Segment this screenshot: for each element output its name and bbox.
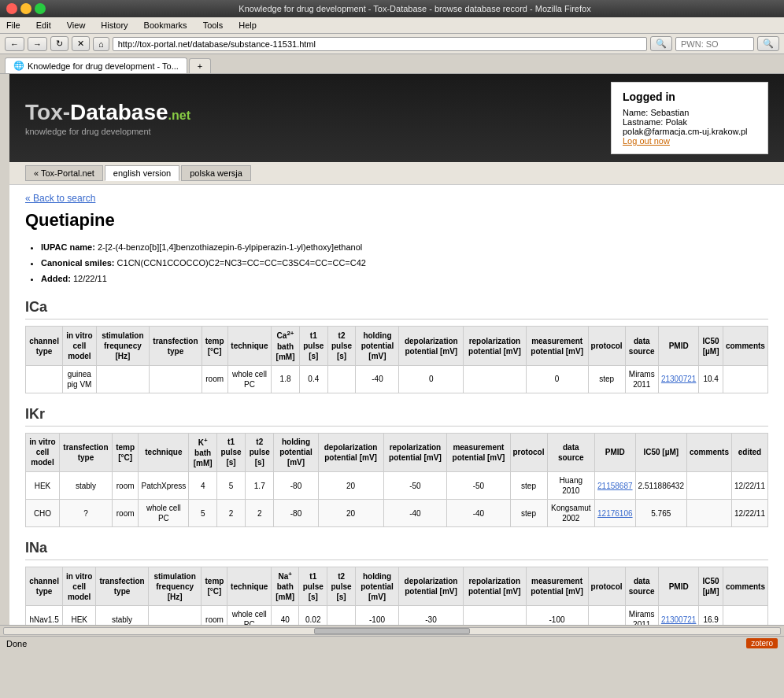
ina-r1-transfect: stably bbox=[96, 606, 149, 625]
close-button[interactable] bbox=[6, 3, 17, 14]
ina-r1-nabath: 40 bbox=[272, 606, 299, 625]
ikr-r1-kbath: 4 bbox=[189, 472, 216, 500]
ica-col-depol: depolarization potential [mV] bbox=[399, 327, 464, 365]
ikr-r2-protocol: step bbox=[510, 500, 547, 527]
ica-row-1: guinea pig VM room whole cell PC 1.8 0.4… bbox=[26, 365, 768, 393]
status-bar: Done zotero bbox=[0, 636, 784, 650]
site-tab-polish[interactable]: polska wersja bbox=[181, 165, 251, 181]
ikr-r1-pmid[interactable]: 21158687 bbox=[595, 472, 636, 500]
search-button[interactable]: 🔍 bbox=[650, 36, 672, 51]
ikr-r2-pmid-link[interactable]: 12176106 bbox=[597, 509, 633, 518]
ikr-col-repol: repolarization potential [mV] bbox=[383, 433, 447, 471]
ina-r1-pmid[interactable]: 21300721 bbox=[658, 606, 699, 625]
login-email: polak@farmacja.cm-uj.krakow.pl bbox=[623, 127, 756, 136]
ikr-row-2: CHO ? room whole cell PC 5 2 2 -80 20 -4… bbox=[26, 500, 768, 527]
ina-r1-pmid-link[interactable]: 21300721 bbox=[661, 615, 697, 624]
ica-r1-source: Mirams 2011 bbox=[625, 365, 658, 393]
ikr-r2-temp: room bbox=[112, 500, 138, 527]
maximize-button[interactable] bbox=[35, 3, 46, 14]
ikr-r2-ic50: 5.765 bbox=[635, 500, 686, 527]
menu-edit[interactable]: Edit bbox=[33, 19, 54, 31]
drug-info: IUPAC name: 2-[2-(4-benzo[b][1,4]benzoth… bbox=[25, 240, 768, 286]
ikr-r1-cellmodel: HEK bbox=[26, 472, 60, 500]
add-tab-button[interactable]: + bbox=[189, 58, 211, 73]
ina-r1-t1: 0.02 bbox=[299, 606, 327, 625]
menu-bookmarks[interactable]: Bookmarks bbox=[141, 19, 190, 31]
added-item: Added: 12/22/11 bbox=[41, 271, 768, 287]
h-scroll-track[interactable] bbox=[3, 627, 781, 635]
ica-r1-cabath: 1.8 bbox=[272, 365, 300, 393]
ikr-r1-t2: 1.7 bbox=[246, 472, 274, 500]
ikr-r1-pmid-link[interactable]: 21158687 bbox=[597, 482, 633, 490]
title-bar: Knowledge for drug development - Tox-Dat… bbox=[0, 0, 784, 17]
refresh-button[interactable]: ↻ bbox=[50, 36, 68, 51]
login-name: Name: Sebastian bbox=[623, 108, 756, 117]
smiles-label: Canonical smiles: bbox=[41, 258, 115, 268]
ikr-col-transfect: transfection type bbox=[60, 433, 113, 471]
stop-button[interactable]: ✕ bbox=[72, 36, 90, 51]
address-bar[interactable] bbox=[113, 37, 647, 51]
search-go-button[interactable]: 🔍 bbox=[757, 36, 779, 51]
browser-tab-1[interactable]: 🌐 Knowledge for drug development - To... bbox=[5, 57, 187, 73]
h-scroll-thumb[interactable] bbox=[314, 628, 469, 634]
forward-button[interactable]: → bbox=[28, 37, 47, 51]
ica-col-t1: t1 pulse [s] bbox=[299, 327, 327, 365]
login-box: Logged in Name: Sebastian Lastname: Pola… bbox=[611, 82, 768, 154]
minimize-button[interactable] bbox=[20, 3, 31, 14]
menu-tools[interactable]: Tools bbox=[200, 19, 227, 31]
logo-subtitle: knowledge for drug development bbox=[25, 127, 190, 136]
ikr-r2-cellmodel: CHO bbox=[26, 500, 60, 527]
logged-in-title: Logged in bbox=[623, 90, 756, 103]
menu-help[interactable]: Help bbox=[235, 19, 260, 31]
ikr-r2-kbath: 5 bbox=[189, 500, 216, 527]
ikr-col-depol: depolarization potential [mV] bbox=[318, 433, 383, 471]
ica-r1-pmid-link[interactable]: 21300721 bbox=[661, 375, 697, 383]
ikr-col-t1: t1 pulse [s] bbox=[216, 433, 245, 471]
back-button[interactable]: ← bbox=[5, 37, 24, 51]
content-wrapper: Tox-Database.net knowledge for drug deve… bbox=[0, 74, 784, 625]
ica-r1-transfect bbox=[150, 365, 202, 393]
ikr-r1-protocol: step bbox=[510, 472, 547, 500]
ikr-r2-technique: whole cell PC bbox=[139, 500, 189, 527]
logout-link[interactable]: Log out now bbox=[623, 136, 670, 146]
logo-area: Tox-Database.net knowledge for drug deve… bbox=[25, 100, 190, 136]
ina-col-depol: depolarization potential [mV] bbox=[399, 567, 464, 606]
ica-r1-temp: room bbox=[202, 365, 227, 393]
ikr-table: in vitro cell model transfection type te… bbox=[25, 433, 768, 527]
ica-r1-pmid[interactable]: 21300721 bbox=[658, 365, 699, 393]
window-controls[interactable] bbox=[6, 3, 46, 14]
site-tab-english[interactable]: english version bbox=[105, 165, 179, 181]
back-link[interactable]: « Back to search bbox=[25, 193, 768, 204]
logo-text: Tox-Database.net bbox=[25, 100, 190, 125]
ina-col-protocol: protocol bbox=[588, 567, 625, 606]
tab-label: Knowledge for drug development - To... bbox=[28, 61, 179, 71]
ina-col-ic50: IC50 [µM] bbox=[699, 567, 723, 606]
ikr-r2-pmid[interactable]: 12176106 bbox=[595, 500, 636, 527]
menu-view[interactable]: View bbox=[64, 19, 89, 31]
ica-r1-depol: 0 bbox=[399, 365, 464, 393]
ikr-r1-depol: 20 bbox=[318, 472, 383, 500]
smiles-value: C1CN(CCN1CCOCCO)C2=NC3=CC=CC=C3SC4=CC=CC… bbox=[117, 258, 366, 268]
ikr-col-kbath: K+ bath [mM] bbox=[189, 433, 216, 471]
site-tab-portal[interactable]: « Tox-Portal.net bbox=[25, 165, 103, 181]
ica-col-protocol: protocol bbox=[588, 327, 625, 365]
menu-history[interactable]: History bbox=[98, 19, 131, 31]
name-label: Name: bbox=[623, 108, 648, 117]
ica-col-ic50: IC50 [µM] bbox=[699, 327, 723, 365]
ina-r1-ic50: 16.9 bbox=[699, 606, 723, 625]
ina-col-technique: technique bbox=[227, 567, 272, 606]
ina-col-source: data source bbox=[625, 567, 658, 606]
lastname-value: Polak bbox=[665, 117, 687, 127]
ica-col-channel: channel type bbox=[26, 327, 63, 365]
ikr-r1-repol: -50 bbox=[383, 472, 447, 500]
ikr-r1-edited: 12/22/11 bbox=[731, 472, 767, 500]
ina-r1-channel: hNav1.5 bbox=[26, 606, 63, 625]
search-input[interactable] bbox=[675, 37, 754, 51]
ina-r1-repol bbox=[463, 606, 526, 625]
menu-file[interactable]: File bbox=[3, 19, 24, 31]
logo-tox: Tox- bbox=[25, 100, 70, 124]
home-button[interactable]: ⌂ bbox=[93, 37, 109, 51]
ica-r1-holding: -40 bbox=[356, 365, 399, 393]
ina-col-nabath: Na+ bath [mM] bbox=[272, 567, 299, 606]
ikr-r1-transfect: stably bbox=[60, 472, 113, 500]
